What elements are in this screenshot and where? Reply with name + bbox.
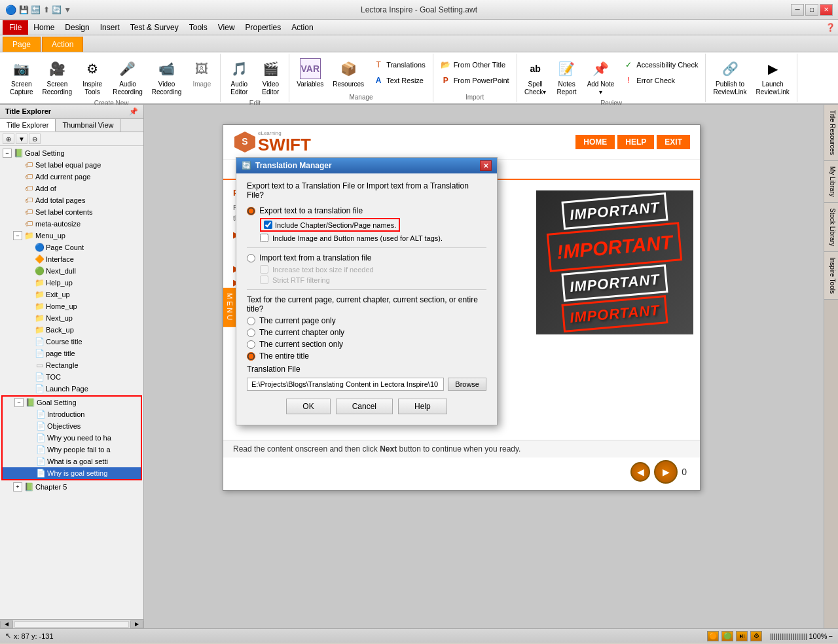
tree-item-objectives[interactable]: 📄 Objectives <box>3 420 141 432</box>
ok-btn[interactable]: OK <box>286 399 330 414</box>
tree-item-helpup[interactable]: 📁 Help_up <box>1 277 142 289</box>
tree-item-whatisgoal[interactable]: 📄 What is a goal setti <box>3 456 141 467</box>
tree-item-interface[interactable]: 🔶 Interface <box>1 253 142 265</box>
tree-item-addcurrent[interactable]: 🏷 Add current page <box>1 171 142 183</box>
tree-item-launchpage[interactable]: 📄 Launch Page <box>1 383 142 395</box>
tree-item-whyfail[interactable]: 📄 Why people fail to a <box>3 444 141 456</box>
checkbox2[interactable] <box>260 234 268 242</box>
dialog-close-btn[interactable]: ✕ <box>480 160 492 171</box>
close-btn[interactable]: ✕ <box>820 4 833 16</box>
tab-thumbnail[interactable]: Thumbnail View <box>56 119 120 132</box>
help-icon[interactable]: ❓ <box>826 23 835 32</box>
spell-check-btn[interactable]: ab SpellCheck▾ <box>521 56 550 98</box>
tab-page[interactable]: Page <box>3 37 41 52</box>
export-radio[interactable] <box>247 207 255 215</box>
h-scrollbar[interactable]: ◀ ▶ <box>0 619 143 628</box>
menu-file[interactable]: File <box>3 20 28 35</box>
tree-item-meta[interactable]: 🏷 meta-autosize <box>1 218 142 230</box>
tree-expand-menuup[interactable]: − <box>13 231 22 240</box>
tree-item-addtotal[interactable]: 🏷 Add total pages <box>1 194 142 206</box>
menu-design[interactable]: Design <box>60 20 94 35</box>
scope-title-radio[interactable] <box>247 352 255 361</box>
menu-view[interactable]: View <box>213 20 240 35</box>
minimize-btn[interactable]: ─ <box>791 4 804 16</box>
screen-recording-btn[interactable]: 🎥 ScreenRecording <box>39 56 76 98</box>
status-icon-1[interactable]: 🟠 <box>707 631 719 641</box>
scope-page-radio[interactable] <box>247 317 255 325</box>
tab-inspire-tools[interactable]: Inspire Tools <box>824 252 838 300</box>
tree-expand-root[interactable]: − <box>3 149 12 158</box>
menu-test[interactable]: Test & Survey <box>125 20 184 35</box>
resources-btn[interactable]: 📦 Resources <box>329 56 367 90</box>
tree-item-rectangle[interactable]: ▭ Rectangle <box>1 359 142 371</box>
tree-item-nextdull[interactable]: 🟢 Next_dull <box>1 265 142 277</box>
menu-properties[interactable]: Properties <box>240 20 287 35</box>
import-radio[interactable] <box>247 254 255 262</box>
zoom-minus[interactable]: − <box>829 632 833 640</box>
tree-item-pagetitle[interactable]: 📄 page title <box>1 348 142 359</box>
tree-item-whyisgoal[interactable]: 📄 Why is goal setting <box>3 467 141 479</box>
tab-stock-library[interactable]: Stock Library <box>824 203 838 252</box>
tree-expand-goalsetting[interactable]: − <box>14 398 24 407</box>
variables-btn[interactable]: VAR Variables <box>293 56 327 90</box>
text-resize-btn[interactable]: A Text Resize <box>370 73 429 88</box>
notes-report-btn[interactable]: 📝 NotesReport <box>553 56 581 98</box>
inspire-tools-btn[interactable]: ⚙ InspireTools <box>78 56 107 98</box>
tree-item-nextup[interactable]: 📁 Next_up <box>1 312 142 324</box>
image-btn[interactable]: 🖼 Image <box>187 56 216 90</box>
tab-title-explorer[interactable]: Title Explorer <box>0 119 56 132</box>
screen-capture-btn[interactable]: 📷 ScreenCapture <box>7 56 37 98</box>
help-btn-dialog[interactable]: Help <box>398 399 447 414</box>
tree-item-pagecount[interactable]: 🔵 Page Count <box>1 241 142 253</box>
tree-item-addof[interactable]: 🏷 Add of <box>1 183 142 194</box>
menu-insert[interactable]: Insert <box>95 20 125 35</box>
panel-pin[interactable]: 📌 <box>129 107 138 116</box>
from-powerpoint-btn[interactable]: P From PowerPoint <box>437 73 513 88</box>
checkbox3[interactable] <box>260 265 268 274</box>
from-other-btn[interactable]: 📂 From Other Title <box>437 58 513 72</box>
maximize-btn[interactable]: □ <box>805 4 818 16</box>
video-recording-btn[interactable]: 📹 VideoRecording <box>149 56 185 98</box>
browse-btn[interactable]: Browse <box>448 378 486 391</box>
status-icon-3[interactable]: ⏯ <box>736 631 748 641</box>
scroll-left[interactable]: ◀ <box>0 620 13 628</box>
launch-btn[interactable]: ▶ LaunchReviewLink <box>753 56 793 98</box>
tab-action[interactable]: Action <box>42 37 83 52</box>
publish-btn[interactable]: 🔗 Publish toReviewLink <box>710 56 750 98</box>
add-note-btn[interactable]: 📌 Add Note▾ <box>584 56 618 98</box>
checkbox1[interactable] <box>264 221 272 229</box>
tree-item-setlabelcontents[interactable]: 🏷 Set label contents <box>1 206 142 218</box>
tree-item-setlabel[interactable]: 🏷 Set label equal page <box>1 159 142 171</box>
scope-chapter-radio[interactable] <box>247 329 255 337</box>
tree-item-goalsetting[interactable]: − 📗 Goal Setting <box>3 397 141 408</box>
tree-item-chapter5[interactable]: + 📗 Chapter 5 <box>1 481 142 493</box>
tab-my-library[interactable]: My Library <box>824 161 838 203</box>
tree-item-homeup[interactable]: 📁 Home_up <box>1 300 142 312</box>
toolbar-btn-1[interactable]: ⊕ <box>3 134 14 144</box>
status-icon-4[interactable]: ⚙ <box>750 631 762 641</box>
error-check-btn[interactable]: ! Error Check <box>620 73 701 88</box>
tree-item-menuup[interactable]: − 📁 Menu_up <box>1 230 142 241</box>
checkbox4[interactable] <box>260 276 268 284</box>
menu-home[interactable]: Home <box>28 20 60 35</box>
tree-item-whyneed[interactable]: 📄 Why you need to ha <box>3 432 141 444</box>
tree-expand-chapter5[interactable]: + <box>13 482 22 492</box>
tree-item-toc[interactable]: 📄 TOC <box>1 371 142 383</box>
scope-section-radio[interactable] <box>247 340 255 349</box>
cancel-btn[interactable]: Cancel <box>336 399 393 414</box>
audio-editor-btn[interactable]: 🎵 AudioEditor <box>225 56 253 98</box>
tree-item-coursetitle[interactable]: 📄 Course title <box>1 336 142 348</box>
video-editor-btn[interactable]: 🎬 VideoEditor <box>256 56 285 98</box>
audio-recording-btn[interactable]: 🎤 AudioRecording <box>109 56 146 98</box>
tree-item-root[interactable]: − 📗 Goal Setting <box>1 147 142 159</box>
tree-item-exitup[interactable]: 📁 Exit_up <box>1 289 142 300</box>
menu-tools[interactable]: Tools <box>184 20 213 35</box>
menu-action[interactable]: Action <box>286 20 318 35</box>
toolbar-btn-2[interactable]: ▼ <box>16 134 27 144</box>
accessibility-check-btn[interactable]: ✓ Accessibility Check <box>620 58 701 72</box>
tab-title-resources[interactable]: Title Resources <box>824 105 838 161</box>
status-icon-2[interactable]: 🟢 <box>721 631 733 641</box>
scroll-right[interactable]: ▶ <box>130 620 143 628</box>
translations-btn[interactable]: T Translations <box>370 58 429 72</box>
tree-item-intro[interactable]: 📄 Introduction <box>3 408 141 420</box>
